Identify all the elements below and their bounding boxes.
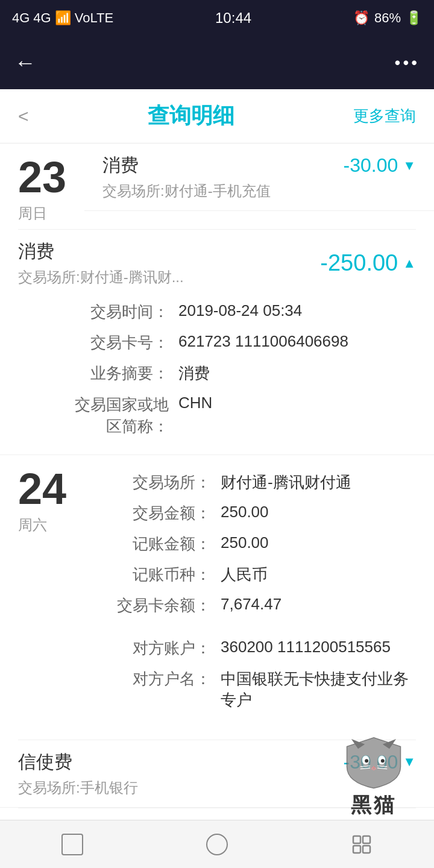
page-back-button[interactable]: < <box>18 106 29 127</box>
status-bar: 4G 4G 📶 VoLTE 10:44 ⏰ 86% 🔋 <box>0 0 434 36</box>
blackcat-shield-icon <box>332 735 416 789</box>
battery-icon: 🔋 <box>406 10 422 26</box>
status-battery: ⏰ 86% 🔋 <box>353 10 422 26</box>
tx-group-23: 23 周日 消费 -30.00 ▼ 交易场所:财付通-手机充值 <box>0 143 434 229</box>
detail-row-counter-account: 对方账户： 360200 1111200515565 <box>90 633 416 664</box>
detail-row-amount: 交易金额： 250.00 <box>90 498 416 529</box>
more-query-button[interactable]: 更多查询 <box>353 105 416 127</box>
svg-point-5 <box>381 759 385 763</box>
blackcat-brand-zh: 黑猫 <box>351 791 397 819</box>
date-col-24: 24 周六 <box>0 455 84 740</box>
detail-row-place: 交易场所： 财付通-腾讯财付通 <box>90 467 416 498</box>
detail-label-country: 交易国家或地区简称： <box>48 394 169 438</box>
battery-label: 86% <box>374 10 401 26</box>
detail-label-counter-name: 对方户名： <box>90 668 211 690</box>
tx-detail-table-2: 交易场所： 财付通-腾讯财付通 交易金额： 250.00 记账金额： 250.0… <box>84 455 434 740</box>
svg-rect-12 <box>363 836 370 843</box>
tx-group-24: 24 周六 交易场所： 财付通-腾讯财付通 交易金额： 250.00 记账金额：… <box>0 455 434 740</box>
tx-place-0: 交易场所:财付通-手机充值 <box>102 181 416 201</box>
detail-label-balance: 交易卡余额： <box>90 595 211 616</box>
recent-apps-icon <box>351 834 373 855</box>
tx-item-1-expanded: 消费 交易场所:财付通-腾讯财... -250.00 ▲ 交易时间： 2019-… <box>0 230 434 455</box>
svg-point-4 <box>365 759 368 763</box>
detail-value-balance: 7,674.47 <box>221 595 416 614</box>
chevron-down-icon-0: ▼ <box>403 158 416 174</box>
title-bar: ← ••• <box>0 36 434 89</box>
title-back-button[interactable]: ← <box>14 50 36 75</box>
nav-home-button[interactable] <box>199 829 235 860</box>
detail-row-country: 交易国家或地区简称： CHN <box>48 389 416 442</box>
home-circle-icon <box>206 834 228 855</box>
tx-type-0: 消费 <box>102 153 139 178</box>
tx-expanded-header-1[interactable]: 消费 交易场所:财付通-腾讯财... -250.00 ▲ <box>0 230 434 291</box>
title-more-button[interactable]: ••• <box>395 53 420 72</box>
tx-type-2: 信使费 <box>18 750 72 775</box>
tx-type-1: 消费 <box>18 239 184 264</box>
tx-detail-table-1: 交易时间： 2019-08-24 05:34 交易卡号： 621723 1111… <box>0 291 434 454</box>
status-signal: 4G 4G 📶 VoLTE <box>12 10 113 26</box>
date-number-23: 23 <box>18 156 72 199</box>
detail-value-currency: 人民币 <box>221 564 416 585</box>
tx-col-23: 消费 -30.00 ▼ 交易场所:财付通-手机充值 <box>84 143 434 229</box>
detail-label-amount: 交易金额： <box>90 503 211 524</box>
wifi-icon: 📶 <box>55 10 71 26</box>
watermark-area: 黑猫 BLACK CAT <box>313 735 434 832</box>
alarm-icon: ⏰ <box>353 10 370 26</box>
date-day-23: 周日 <box>18 204 72 223</box>
detail-label-acc-amount: 记账金额： <box>90 533 211 555</box>
detail-value-summary: 消费 <box>178 363 416 384</box>
tx-amount-1: -250.00 <box>320 250 398 276</box>
page-title: 查询明细 <box>148 101 234 131</box>
detail-label-currency: 记账币种： <box>90 564 211 585</box>
detail-value-counter-name: 中国银联无卡快捷支付业务专户 <box>221 668 416 711</box>
date-number-24: 24 <box>18 467 72 511</box>
chevron-up-icon-1: ▲ <box>403 256 416 271</box>
date-day-24: 周六 <box>18 515 72 535</box>
svg-rect-13 <box>353 846 360 853</box>
detail-label-cardno: 交易卡号： <box>48 332 169 353</box>
tx-item-0[interactable]: 消费 -30.00 ▼ 交易场所:财付通-手机充值 <box>84 143 434 211</box>
detail-value-place: 财付通-腾讯财付通 <box>221 472 416 493</box>
signal-icon: 4G <box>12 10 30 26</box>
page-header: < 查询明细 更多查询 <box>0 89 434 143</box>
nav-recent-button[interactable] <box>344 829 380 860</box>
detail-value-country: CHN <box>178 394 416 412</box>
status-time: 10:44 <box>215 10 251 27</box>
detail-row-summary: 业务摘要： 消费 <box>48 358 416 389</box>
svg-rect-14 <box>363 846 370 853</box>
tx-place-1: 交易场所:财付通-腾讯财... <box>18 268 184 287</box>
tx-detail-continuation: 交易场所： 财付通-腾讯财付通 交易金额： 250.00 记账金额： 250.0… <box>84 455 434 740</box>
signal-icon2: 4G <box>33 10 51 26</box>
bottom-nav <box>0 820 434 868</box>
detail-label-counter-account: 对方账户： <box>90 638 211 659</box>
date-col-23: 23 周日 <box>0 143 84 229</box>
tx-amount-0: -30.00 <box>343 154 398 177</box>
detail-value-cardno: 621723 1111006406698 <box>178 332 416 351</box>
detail-label-place: 交易场所： <box>90 472 211 493</box>
detail-value-acc-amount: 250.00 <box>221 533 416 552</box>
detail-label-summary: 业务摘要： <box>48 363 169 384</box>
detail-value-amount: 250.00 <box>221 503 416 521</box>
detail-row-time: 交易时间： 2019-08-24 05:34 <box>48 297 416 327</box>
nav-back-button[interactable] <box>54 829 90 860</box>
back-square-icon <box>61 834 83 855</box>
carrier-label: VoLTE <box>75 10 113 26</box>
detail-row-balance: 交易卡余额： 7,674.47 <box>90 590 416 621</box>
detail-row-currency: 记账币种： 人民币 <box>90 559 416 590</box>
detail-row-counter-name: 对方户名： 中国银联无卡快捷支付业务专户 <box>90 664 416 715</box>
detail-row-cardno: 交易卡号： 621723 1111006406698 <box>48 327 416 358</box>
svg-rect-11 <box>353 836 360 843</box>
detail-label-time: 交易时间： <box>48 301 169 322</box>
detail-row-acc-amount: 记账金额： 250.00 <box>90 529 416 559</box>
detail-value-counter-account: 360200 1111200515565 <box>221 638 416 656</box>
detail-value-time: 2019-08-24 05:34 <box>178 301 416 320</box>
